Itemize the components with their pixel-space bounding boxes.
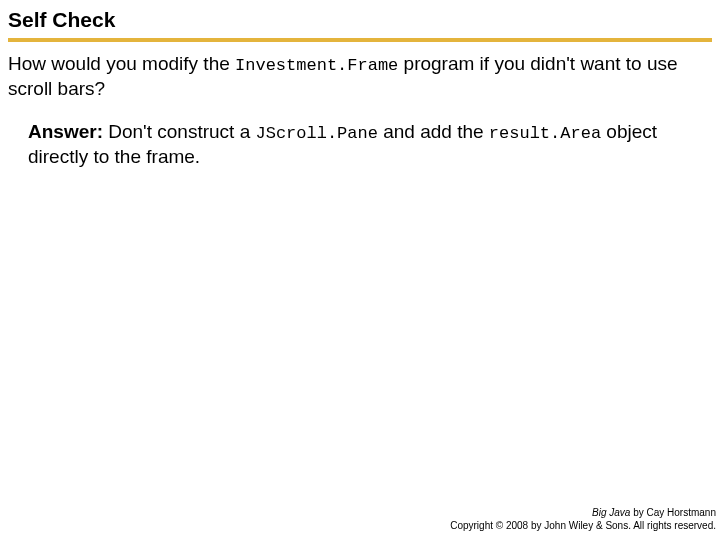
answer-code2: result.Area	[489, 124, 601, 143]
question-part1: How would you modify the	[8, 53, 235, 74]
slide: Self Check How would you modify the Inve…	[0, 0, 720, 540]
answer-part1: Don't construct a	[103, 121, 256, 142]
footer-by: by Cay Horstmann	[630, 507, 716, 518]
slide-title: Self Check	[8, 8, 712, 36]
question-code1: Investment.Frame	[235, 56, 398, 75]
answer-text: Answer: Don't construct a JScroll.Pane a…	[8, 120, 712, 170]
title-underline	[8, 38, 712, 42]
footer-book: Big Java	[592, 507, 630, 518]
question-text: How would you modify the Investment.Fram…	[8, 52, 712, 102]
footer-line1: Big Java by Cay Horstmann	[450, 507, 716, 520]
answer-label: Answer:	[28, 121, 103, 142]
answer-part2: and add the	[378, 121, 489, 142]
footer-copyright: Copyright © 2008 by John Wiley & Sons. A…	[450, 520, 716, 533]
footer: Big Java by Cay Horstmann Copyright © 20…	[450, 507, 716, 532]
answer-code1: JScroll.Pane	[256, 124, 378, 143]
